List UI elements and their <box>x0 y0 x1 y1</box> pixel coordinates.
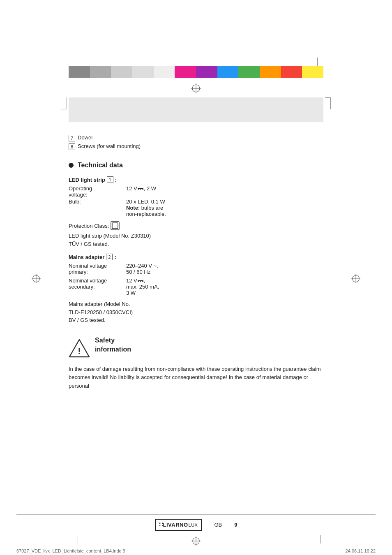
footer-area: ∷ LIVARNO LUX GB 9 <box>0 514 392 555</box>
file-info-row: 67027_VDE_livx_LED_Lichtleiste_content_L… <box>0 547 392 555</box>
color-strip-segment <box>196 66 217 78</box>
ac-tilde: ~ <box>154 263 157 269</box>
dc-symbol-2 <box>138 280 143 282</box>
color-strip <box>69 66 323 78</box>
crosshair-right-mid <box>351 274 360 284</box>
item-7: 7 Dowel <box>69 134 323 141</box>
mains-adapter-header: Mains adapter 2 : <box>69 254 323 260</box>
mains-secondary-value: 12 V , max. 250 mA, 3 W <box>126 278 159 296</box>
svg-text:!: ! <box>78 346 81 356</box>
safety-icon-wrapper: ! <box>69 338 90 360</box>
top-strip-area <box>0 0 392 122</box>
numbered-items: 7 Dowel 8 Screws (for wall mounting) <box>69 134 323 150</box>
color-strip-segment <box>132 66 154 78</box>
led-strip-section: LED light strip 1 : Operatingvoltage: 12… <box>69 176 323 248</box>
warning-triangle-icon: ! <box>69 338 90 359</box>
safety-body-text: In the case of damage resulting from non… <box>69 365 323 391</box>
bottom-bracket-left-h <box>69 535 81 535</box>
mains-primary-value: 220–240 V ~, 50 / 60 Hz <box>126 263 158 275</box>
led-strip-header: LED light strip 1 : <box>69 176 323 183</box>
mains-model: Mains adapter (Model No. <box>69 300 323 308</box>
mains-adapter-data-table: Nominal voltageprimary: 220–240 V ~, 50 … <box>69 263 323 296</box>
grey-box <box>69 97 323 122</box>
item-7-label: Dowel <box>78 134 92 141</box>
item-8: 8 Screws (for wall mounting) <box>69 143 323 150</box>
color-strip-segment <box>217 66 239 78</box>
safety-title-text: Safetyinformation <box>95 337 131 353</box>
color-strip-segment <box>154 66 175 78</box>
double-insulation-icon <box>111 221 120 230</box>
main-content: 7 Dowel 8 Screws (for wall mounting) Tec… <box>69 122 323 391</box>
item-7-number: 7 <box>69 135 75 141</box>
mains-adapter-header-text: Mains adapter <box>69 254 104 260</box>
bottom-bracket-left-v <box>78 535 78 543</box>
crosshair-left-icon <box>32 274 41 283</box>
top-brackets <box>0 58 392 66</box>
page: 7 Dowel 8 Screws (for wall mounting) Tec… <box>0 0 392 555</box>
mains-primary-row: Nominal voltageprimary: 220–240 V ~, 50 … <box>69 263 323 275</box>
bracket-mark-right <box>311 58 323 66</box>
safety-content: Safetyinformation <box>95 336 131 354</box>
color-strip-segment <box>175 66 196 78</box>
side-bracket-right <box>325 97 331 118</box>
led-strip-header-text: LED light strip <box>69 177 105 183</box>
bottom-bracket-right <box>311 535 323 543</box>
led-strip-bulb-value: 20 x LED, 0.1 W Note: bulbs are non-repl… <box>126 199 166 217</box>
color-strip-segment <box>90 66 111 78</box>
mains-primary-label: Nominal voltageprimary: <box>69 263 126 275</box>
technical-data-header: Technical data <box>69 162 323 169</box>
led-strip-tuv: TÜV / GS tested. <box>69 240 323 248</box>
mains-secondary-row: Nominal voltagesecondary: 12 V , max. 25… <box>69 278 323 296</box>
safety-section: ! Safetyinformation <box>69 336 323 360</box>
dc-symbol-1 <box>138 188 143 190</box>
color-strip-segment <box>260 66 281 78</box>
mains-adapter-num-box: 2 <box>106 254 113 260</box>
svg-rect-4 <box>112 223 118 229</box>
item-8-label: Screws (for wall mounting) <box>78 143 141 149</box>
footer-brand-row: ∷ LIVARNO LUX GB 9 <box>0 515 392 535</box>
led-strip-voltage-row: Operatingvoltage: 12 V , 2 W <box>69 185 323 198</box>
safety-title: Safetyinformation <box>95 336 131 354</box>
footer-page-num: 9 <box>234 522 237 528</box>
color-strip-segment <box>238 66 260 78</box>
led-strip-bulb-row: Bulb: 20 x LED, 0.1 W Note: bulbs are no… <box>69 199 323 217</box>
bottom-bracket-left <box>69 535 81 543</box>
led-strip-num-box: 1 <box>107 176 113 183</box>
brand-dots: ∷ <box>159 521 162 529</box>
mains-adapter-section: Mains adapter 2 : Nominal voltageprimary… <box>69 254 323 324</box>
mains-model-num: TLD-E120250 / 0350CVCI) <box>69 308 323 317</box>
footer-country: GB <box>214 522 222 528</box>
led-strip-voltage-label: Operatingvoltage: <box>69 185 126 198</box>
file-info-name: 67027_VDE_livx_LED_Lichtleiste_content_L… <box>16 548 125 553</box>
color-strip-segment <box>281 66 302 78</box>
led-strip-bulb-note: Note: <box>126 205 140 211</box>
file-info-date: 24.06.11 16:22 <box>346 548 376 553</box>
led-strip-model: LED light strip (Model No. Z30310) <box>69 232 323 240</box>
mains-secondary-label: Nominal voltagesecondary: <box>69 278 126 296</box>
bottom-bracket-right-h <box>311 535 323 535</box>
crosshair-top-wrapper <box>69 83 323 93</box>
color-strip-wrapper <box>69 66 323 122</box>
brand-name: LIVARNO <box>163 522 188 528</box>
crosshair-bottom-icon <box>191 536 201 546</box>
bracket-line-v-right <box>317 58 318 66</box>
bottom-crosshair-wrapper <box>191 536 201 547</box>
mains-adapter-full-text: Mains adapter (Model No. TLD-E120250 / 0… <box>69 300 323 324</box>
brand-logo: ∷ LIVARNO LUX <box>155 519 202 531</box>
bottom-bracket-right-v <box>320 535 321 543</box>
led-strip-bulb-label: Bulb: <box>69 199 126 217</box>
bottom-brackets <box>0 535 392 547</box>
color-strip-segment <box>69 66 90 78</box>
led-strip-full-text: LED light strip (Model No. Z30310) TÜV /… <box>69 232 323 248</box>
item-8-number: 8 <box>69 143 75 150</box>
led-strip-colon: : <box>115 177 117 183</box>
mains-bv-gs: BV / GS tested. <box>69 316 323 324</box>
color-strip-segment <box>302 66 323 78</box>
mains-adapter-colon: : <box>114 254 116 260</box>
protection-class-row: Protection Class: <box>69 221 323 230</box>
section-title: Technical data <box>78 162 123 169</box>
bracket-mark-left <box>69 58 81 66</box>
brand-suffix: LUX <box>189 523 198 527</box>
protection-class-label: Protection Class: <box>69 223 109 229</box>
bracket-line-v-left <box>75 58 75 66</box>
